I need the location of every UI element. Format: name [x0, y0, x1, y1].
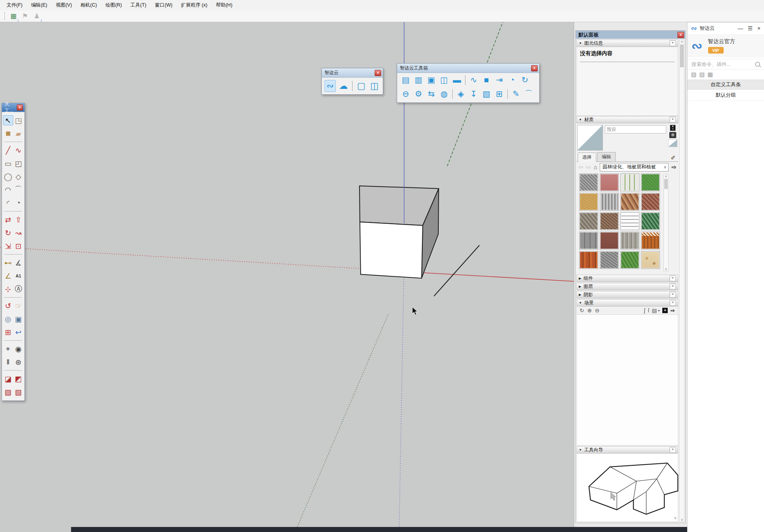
move-tool[interactable]: ⇄ [3, 215, 13, 225]
texture-barbed-wire[interactable] [620, 212, 639, 230]
menu-icon[interactable]: ☰ [748, 25, 753, 31]
default-group-header[interactable]: 默认分组 [688, 90, 764, 101]
texture-gravel-dark[interactable] [579, 173, 598, 191]
texture-sand[interactable] [579, 193, 598, 211]
select-tool[interactable]: ↖ [3, 115, 13, 125]
collapse-icon[interactable]: ▼ [579, 448, 582, 452]
import-button-icon[interactable]: ⇥ [493, 75, 505, 86]
back-icon[interactable]: ⇦ [578, 164, 583, 171]
close-icon[interactable]: x [677, 32, 684, 38]
smart-select-button-icon[interactable]: ✎ [510, 88, 522, 100]
section-shadows-header[interactable]: ▶ 阴影 × [576, 291, 678, 298]
section-cut-tool[interactable]: ▨ [3, 387, 13, 397]
menu-item-camera[interactable]: 相机(C) [76, 0, 101, 10]
scene-add-menu-button[interactable]: + [662, 308, 668, 313]
texture-ivy[interactable] [641, 212, 660, 230]
close-icon[interactable]: × [757, 25, 761, 31]
remove-button-icon[interactable]: ⊖ [400, 88, 412, 100]
panel-scrollbar[interactable]: ∧ ∨ [679, 40, 684, 522]
refresh-button-icon[interactable]: ↻ [519, 75, 531, 86]
expand-icon[interactable]: ▶ [579, 285, 581, 288]
texture-gravel-gray[interactable] [600, 251, 619, 269]
collapse-icon[interactable]: ▼ [579, 42, 582, 45]
search-icon[interactable] [755, 62, 760, 67]
eyedropper-icon[interactable]: ✐ [670, 154, 677, 161]
material-category-dropdown[interactable]: 园林绿化、地被层和植被 ∨ [600, 163, 668, 172]
scene-refresh-button[interactable]: ↻ [580, 307, 584, 314]
section-plane-tool[interactable]: ◪ [3, 374, 13, 384]
align-button-icon[interactable]: ⊞ [493, 88, 505, 100]
terrain-button-icon[interactable]: ◈ [455, 88, 467, 100]
copy-button-icon[interactable]: ◫ [438, 75, 450, 86]
scene-add-button[interactable]: ⊕ [587, 307, 592, 314]
scene-details-button[interactable]: ⇨ [670, 307, 675, 314]
texture-clay-solid[interactable] [600, 232, 619, 250]
texture-travertine[interactable] [641, 251, 660, 269]
protractor-tool[interactable]: ∠ [3, 271, 13, 281]
menu-item-view[interactable]: 视图(V) [52, 0, 76, 10]
collapse-icon[interactable]: ▼ [579, 301, 582, 305]
close-icon[interactable]: × [670, 40, 676, 46]
texture-gravel-red[interactable] [641, 193, 660, 211]
home-icon[interactable]: ⌂ [594, 164, 597, 170]
section-layers-header[interactable]: ▶ 图层 × [576, 283, 678, 290]
close-icon[interactable]: × [670, 292, 676, 298]
circle-tool[interactable]: ◯ [3, 172, 13, 182]
forward-icon[interactable]: ⇨ [586, 164, 591, 171]
texture-grass-pavers[interactable] [620, 173, 639, 191]
walkthrough-export-button[interactable]: ♟↓ [32, 11, 42, 21]
taskbar-strip[interactable] [71, 527, 687, 532]
follow-me-tool[interactable]: ↝ [13, 228, 23, 238]
save-button-icon[interactable]: ▣ [425, 75, 437, 86]
tab-edit[interactable]: 编辑 [597, 152, 616, 161]
pie-tool[interactable]: ◔ [13, 198, 23, 208]
pan-tool[interactable]: ☞ [13, 301, 23, 311]
fill-face-button-icon[interactable]: ■ [481, 75, 492, 86]
dimension-tool[interactable]: ∡ [13, 258, 23, 268]
paint-bucket-tool[interactable]: ◙ [3, 128, 13, 139]
zdy-panel-titlebar[interactable]: ∾ 智达云 — ☰ × [688, 23, 764, 34]
section-entity-info-header[interactable]: ▼ 图元信息 × [576, 40, 678, 47]
section-scenes-header[interactable]: ▼ 场景 × [576, 299, 678, 307]
orbit-tool[interactable]: ↺ [3, 301, 13, 311]
texture-wood-gray[interactable] [620, 232, 639, 250]
eraser-tool[interactable]: ▰ [13, 128, 23, 139]
scroll-thumb[interactable] [664, 179, 668, 189]
tape-measure-tool[interactable]: ⊷ [3, 258, 13, 268]
sample-paint-button[interactable]: ⊕ [669, 132, 676, 138]
zoom-window-tool[interactable]: ▣ [13, 314, 23, 324]
texture-red-pavers[interactable] [600, 173, 619, 191]
three-point-arc-tool[interactable]: ◜ [3, 198, 13, 208]
texture-fence-orange[interactable] [641, 232, 660, 250]
two-point-arc-tool[interactable]: ⌒ [13, 185, 23, 195]
scroll-thumb[interactable] [680, 45, 684, 67]
cloud-library-button-icon[interactable]: ☁ [338, 80, 349, 92]
texture-wood-red[interactable] [579, 251, 598, 269]
plugin-cube-icon[interactable]: ▧ [691, 71, 696, 78]
scroll-up-icon[interactable]: ∧ [681, 40, 683, 43]
plugin-cube-icon[interactable]: ▨ [699, 71, 705, 78]
look-around-tool[interactable]: ◉ [13, 344, 23, 354]
scene-move-up-button[interactable]: ſ [648, 307, 649, 314]
close-icon[interactable]: × [670, 300, 676, 306]
scroll-up-icon[interactable]: ∧ [665, 175, 667, 178]
texture-grass-dense[interactable] [620, 251, 639, 269]
marquee-select-button-icon[interactable]: ▢ [356, 80, 367, 92]
arc-tool[interactable]: ◠ [3, 185, 13, 195]
close-icon[interactable]: x [375, 70, 381, 76]
rectangle-tool[interactable]: ▭ [3, 158, 13, 168]
section-instructor-header[interactable]: ▼ 工具向导 × [576, 446, 678, 454]
3d-text-tool[interactable]: Ⓐ [13, 284, 23, 294]
close-icon[interactable]: x [17, 104, 23, 111]
line-tool[interactable]: ╱ [3, 145, 13, 155]
close-icon[interactable]: × [670, 117, 676, 123]
freehand-tool[interactable]: ∿ [13, 145, 23, 155]
large-toolset-titlebar[interactable]: 大工... x [2, 103, 24, 112]
menu-item-tools[interactable]: 工具(T) [126, 0, 151, 10]
zdy-logo-button-icon[interactable]: ∾ [325, 80, 336, 92]
material-name-field[interactable]: 预设 [605, 125, 666, 133]
download-button-icon[interactable]: ↧ [468, 88, 479, 100]
open-project-button-icon[interactable]: ▤ [400, 75, 412, 86]
component-button-icon[interactable]: ▧ [481, 88, 492, 100]
rotate-tool[interactable]: ↻ [3, 228, 13, 238]
